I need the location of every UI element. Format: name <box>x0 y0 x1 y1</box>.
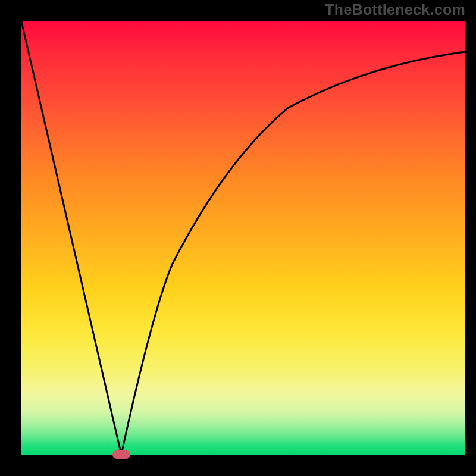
chart-frame: TheBottleneck.com <box>0 0 476 476</box>
bottleneck-curve <box>0 0 476 476</box>
optimal-point-marker <box>112 450 130 459</box>
